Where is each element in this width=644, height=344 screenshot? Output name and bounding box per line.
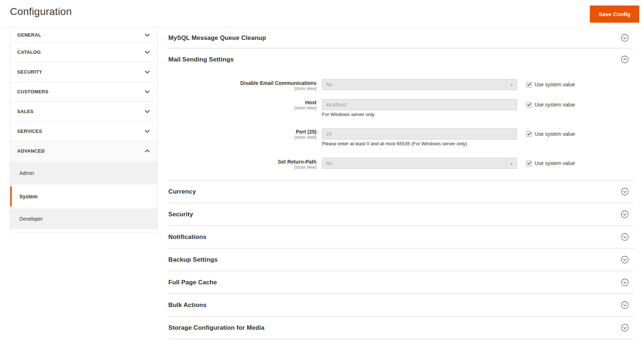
field-label-set-return-path: Set Return-Path [store view] <box>168 159 317 170</box>
host-note: For Windows server only. <box>322 112 375 117</box>
sidebar-item-label: ADVANCED <box>17 148 45 154</box>
sidebar-item-general[interactable]: GENERAL <box>10 28 157 42</box>
field-label: Host <box>168 100 317 105</box>
sidebar-item-label: SERVICES <box>17 128 42 134</box>
section-title: Notifications <box>168 233 206 241</box>
sidebar-subitem-developer[interactable]: Developer <box>10 209 157 229</box>
chevron-down-icon <box>145 130 150 133</box>
checkbox-label: Use system value <box>535 82 575 87</box>
input-value: localhost <box>326 102 346 108</box>
collapse-chevron-down-icon[interactable] <box>621 233 629 241</box>
field-label: Disable Email Communications <box>168 81 317 86</box>
subitem-label: Admin <box>19 170 34 176</box>
use-system-value-checkbox[interactable] <box>526 82 532 87</box>
checkbox-label: Use system value <box>535 131 575 137</box>
page-title: Configuration <box>10 6 72 18</box>
section-title: Bulk Actions <box>168 302 206 309</box>
section-backup-settings[interactable]: Backup Settings <box>168 248 634 271</box>
sidebar-item-label: SECURITY <box>17 69 42 75</box>
section-title: Storage Configuration for Media <box>168 324 265 332</box>
sidebar-item-label: SALES <box>17 109 34 114</box>
sidebar-item-label: CATALOG <box>17 49 41 55</box>
section-title: Currency <box>168 188 196 195</box>
use-system-value-group[interactable]: Use system value <box>526 102 575 108</box>
section-security[interactable]: Security <box>168 203 634 226</box>
collapse-chevron-down-icon[interactable] <box>621 324 629 332</box>
port-input: 25 <box>322 128 517 139</box>
port-note: Please enter at least 0 and at most 6553… <box>322 141 468 146</box>
section-title: Backup Settings <box>168 256 218 263</box>
collapse-chevron-down-icon[interactable] <box>621 188 629 195</box>
checkbox-label: Use system value <box>535 160 575 166</box>
section-bulk-actions[interactable]: Bulk Actions <box>168 294 634 317</box>
subitem-label: Developer <box>19 216 43 222</box>
collapsed-sections-list: Currency Security Notifications Backup S… <box>168 180 634 339</box>
field-label: Port (25) <box>168 129 317 135</box>
chevron-down-icon <box>145 70 150 74</box>
set-return-path-select: No ▼ <box>322 158 517 169</box>
use-system-value-checkbox[interactable] <box>526 102 532 108</box>
section-title: MySQL Message Queue Cleanup <box>168 34 266 42</box>
sidebar-item-advanced[interactable]: ADVANCED <box>10 141 157 161</box>
chevron-down-icon <box>145 90 150 93</box>
input-value: 25 <box>326 131 332 137</box>
checkmark-icon <box>527 103 531 106</box>
section-mysql-message-queue-cleanup[interactable]: MySQL Message Queue Cleanup <box>168 28 634 48</box>
sidebar-subitem-system[interactable]: System <box>10 186 157 206</box>
sidebar-item-catalog[interactable]: CATALOG <box>10 42 157 62</box>
collapse-chevron-up-icon[interactable] <box>621 56 629 63</box>
section-full-page-cache[interactable]: Full Page Cache <box>168 271 634 294</box>
subitem-label: System <box>19 194 38 199</box>
select-value: No <box>326 82 333 87</box>
field-scope: [store view] <box>168 86 317 91</box>
save-config-button[interactable]: Save Config <box>590 5 639 23</box>
checkbox-label: Use system value <box>535 102 575 108</box>
field-scope: [store view] <box>168 105 317 111</box>
sidebar-item-sales[interactable]: SALES <box>10 102 157 121</box>
field-scope: [store view] <box>168 135 317 140</box>
disable-email-communications-select: No ▼ <box>322 79 517 90</box>
section-notifications[interactable]: Notifications <box>168 226 634 248</box>
host-input: localhost <box>322 99 517 110</box>
config-sidebar: GENERAL CATALOG SECURITY CUSTOMERS SALES… <box>10 28 158 232</box>
dropdown-arrow-icon: ▼ <box>506 158 517 168</box>
select-value: No <box>326 160 333 166</box>
use-system-value-checkbox[interactable] <box>526 161 532 166</box>
field-label-host: Host [store view] <box>168 100 317 111</box>
advanced-submenu: Admin System Developer <box>10 161 157 232</box>
sidebar-item-label: GENERAL <box>17 32 41 38</box>
field-label-disable-email-communications: Disable Email Communications [store view… <box>168 81 317 91</box>
chevron-down-icon <box>145 33 150 37</box>
use-system-value-checkbox[interactable] <box>526 131 532 137</box>
section-title: Full Page Cache <box>168 279 217 286</box>
collapse-chevron-down-icon[interactable] <box>621 278 629 286</box>
checkmark-icon <box>527 83 531 86</box>
field-scope: [store view] <box>168 165 317 170</box>
sidebar-item-label: CUSTOMERS <box>17 89 49 94</box>
use-system-value-group[interactable]: Use system value <box>526 131 575 137</box>
sidebar-subitem-admin[interactable]: Admin <box>10 162 157 184</box>
section-title: Security <box>168 211 193 218</box>
sidebar-item-services[interactable]: SERVICES <box>10 121 157 141</box>
section-storage-configuration-for-media[interactable]: Storage Configuration for Media <box>168 317 634 339</box>
field-label: Set Return-Path <box>168 159 317 165</box>
section-title: Mail Sending Settings <box>168 56 234 63</box>
chevron-down-icon <box>145 110 150 113</box>
sidebar-item-security[interactable]: SECURITY <box>10 62 157 82</box>
field-label-port: Port (25) [store view] <box>168 129 317 140</box>
checkmark-icon <box>527 132 531 136</box>
chevron-down-icon <box>145 51 150 54</box>
dropdown-arrow-icon: ▼ <box>506 79 517 90</box>
section-currency[interactable]: Currency <box>168 180 634 203</box>
chevron-up-icon <box>145 149 150 153</box>
section-mail-sending-settings[interactable]: Mail Sending Settings <box>168 49 634 70</box>
use-system-value-group[interactable]: Use system value <box>526 160 575 166</box>
checkmark-icon <box>527 161 531 165</box>
collapse-chevron-down-icon[interactable] <box>621 301 629 309</box>
collapse-chevron-down-icon[interactable] <box>621 210 629 218</box>
sidebar-item-customers[interactable]: CUSTOMERS <box>10 82 157 102</box>
collapse-chevron-down-icon[interactable] <box>621 34 629 42</box>
collapse-chevron-down-icon[interactable] <box>621 256 629 263</box>
app-header: Configuration Save Config <box>0 0 644 28</box>
use-system-value-group[interactable]: Use system value <box>526 82 575 87</box>
